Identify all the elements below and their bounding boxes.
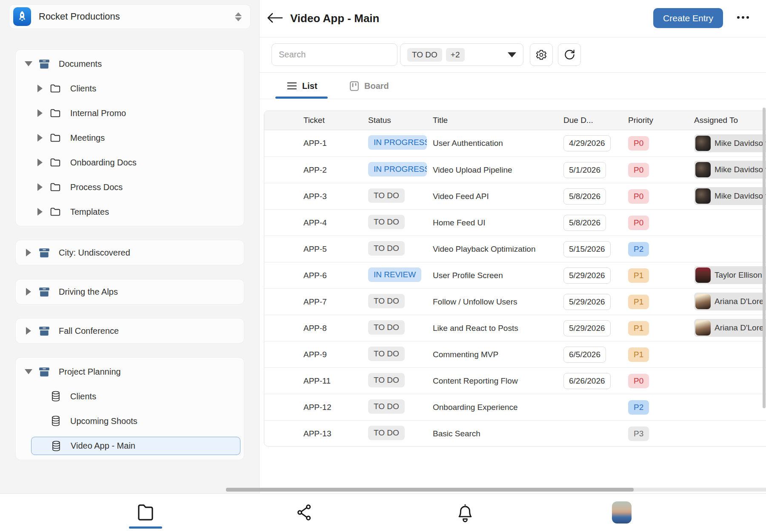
- caret-down-icon[interactable]: [25, 61, 31, 66]
- assignee-chip[interactable]: Mike Davidson: [694, 134, 766, 152]
- sidebar-item-video-app-main[interactable]: Video App - Main: [31, 437, 240, 455]
- up-down-arrows-icon[interactable]: [235, 12, 242, 21]
- sidebar-item-onboarding-docs[interactable]: Onboarding Docs: [16, 150, 244, 175]
- tab-board[interactable]: Board: [350, 73, 389, 99]
- sidebar-item-clients[interactable]: Clients: [16, 384, 244, 409]
- table-row-app-11[interactable]: APP-11TO DOContent Reporting Flow6/26/20…: [264, 367, 766, 394]
- caret-right-icon[interactable]: [37, 85, 43, 92]
- entry-title[interactable]: Basic Search: [433, 429, 563, 438]
- status-chip[interactable]: TO DO: [368, 399, 405, 414]
- sidebar-section-driving-the-alps[interactable]: Driving the Alps: [16, 281, 244, 302]
- nav-account-button[interactable]: [609, 500, 635, 525]
- caret-right-icon[interactable]: [25, 249, 31, 256]
- status-chip[interactable]: TO DO: [368, 373, 405, 387]
- table-row-app-1[interactable]: APP-1IN PROGRESSUser Authentication4/29/…: [264, 130, 766, 156]
- nav-share-button[interactable]: [292, 500, 317, 525]
- column-header-assigned-to[interactable]: Assigned To: [694, 116, 766, 125]
- column-header-ticket[interactable]: Ticket: [303, 116, 368, 125]
- sidebar-item-process-docs[interactable]: Process Docs: [16, 175, 244, 199]
- due-date-field[interactable]: 5/29/2026: [563, 294, 611, 310]
- caret-right-icon[interactable]: [37, 134, 43, 142]
- entry-title[interactable]: Follow / Unfollow Users: [433, 297, 563, 307]
- caret-down-icon[interactable]: [25, 369, 31, 374]
- sidebar-item-internal-promo[interactable]: Internal Promo: [16, 101, 244, 125]
- assignee-chip[interactable]: Mike Davidson: [694, 187, 766, 205]
- status-chip[interactable]: IN REVIEW: [368, 267, 421, 282]
- priority-chip[interactable]: P0: [628, 216, 649, 230]
- status-chip[interactable]: TO DO: [368, 241, 405, 256]
- tab-list[interactable]: List: [287, 73, 317, 99]
- status-chip[interactable]: TO DO: [368, 426, 405, 440]
- caret-right-icon[interactable]: [37, 109, 43, 117]
- table-row-app-3[interactable]: APP-3TO DOVideo Feed API5/8/2026P0Mike D…: [264, 183, 766, 209]
- search-input[interactable]: [272, 43, 397, 66]
- status-chip[interactable]: TO DO: [368, 188, 405, 203]
- due-date-field[interactable]: 5/29/2026: [563, 267, 611, 284]
- due-date-field[interactable]: 5/29/2026: [563, 320, 611, 336]
- entry-title[interactable]: Video Upload Pipeline: [433, 165, 563, 175]
- back-arrow-icon[interactable]: [267, 12, 284, 24]
- table-row-app-5[interactable]: APP-5TO DOVideo Playback Optimization5/1…: [264, 236, 766, 262]
- entry-title[interactable]: Content Reporting Flow: [433, 376, 563, 386]
- more-options-icon[interactable]: [736, 14, 750, 21]
- vertical-scrollbar[interactable]: [763, 108, 766, 408]
- sidebar-item-meetings[interactable]: Meetings: [16, 125, 244, 150]
- priority-chip[interactable]: P0: [628, 163, 649, 177]
- caret-right-icon[interactable]: [25, 327, 31, 335]
- table-row-app-13[interactable]: APP-13TO DOBasic SearchP3: [264, 420, 766, 447]
- caret-right-icon[interactable]: [37, 159, 43, 166]
- status-chip[interactable]: TO DO: [368, 320, 405, 335]
- horizontal-scrollbar-track[interactable]: [226, 488, 766, 492]
- entry-title[interactable]: Home Feed UI: [433, 218, 563, 228]
- refresh-button[interactable]: [558, 43, 581, 66]
- priority-chip[interactable]: P1: [628, 295, 649, 309]
- sidebar-item-templates[interactable]: Templates: [16, 199, 244, 224]
- assignee-chip[interactable]: Taylor Ellison: [694, 266, 766, 284]
- column-header-due-date[interactable]: Due D...: [563, 116, 628, 125]
- settings-button[interactable]: [530, 43, 553, 66]
- status-chip[interactable]: TO DO: [368, 294, 405, 308]
- caret-right-icon[interactable]: [37, 208, 43, 216]
- table-row-app-4[interactable]: APP-4TO DOHome Feed UI5/8/2026P0: [264, 209, 766, 236]
- assignee-chip[interactable]: Mike Davidson: [694, 161, 766, 179]
- table-row-app-8[interactable]: APP-8TO DOLike and React to Posts5/29/20…: [264, 315, 766, 341]
- assignee-chip[interactable]: Ariana D'Lore: [694, 293, 766, 310]
- sidebar-section-documents[interactable]: Documents: [16, 51, 244, 76]
- entry-title[interactable]: Video Feed API: [433, 192, 563, 201]
- table-row-app-12[interactable]: APP-12TO DOOnboarding ExperienceP2: [264, 394, 766, 420]
- nav-documents-button[interactable]: [133, 500, 158, 525]
- entry-title[interactable]: User Authentication: [433, 139, 563, 148]
- column-header-status[interactable]: Status: [368, 116, 433, 125]
- caret-right-icon[interactable]: [37, 183, 43, 191]
- due-date-field[interactable]: 6/5/2026: [563, 347, 606, 363]
- entry-title[interactable]: Commenting MVP: [433, 350, 563, 359]
- status-chip[interactable]: TO DO: [368, 347, 405, 361]
- column-header-priority[interactable]: Priority: [628, 116, 694, 125]
- due-date-field[interactable]: 5/8/2026: [563, 215, 606, 231]
- priority-chip[interactable]: P2: [628, 400, 649, 415]
- due-date-field[interactable]: 5/1/2026: [563, 162, 606, 178]
- due-date-field[interactable]: 5/8/2026: [563, 188, 606, 205]
- table-row-app-6[interactable]: APP-6IN REVIEWUser Profile Screen5/29/20…: [264, 262, 766, 288]
- caret-right-icon[interactable]: [25, 288, 31, 296]
- status-chip[interactable]: IN PROGRESS: [368, 135, 427, 150]
- status-chip[interactable]: TO DO: [368, 215, 405, 229]
- due-date-field[interactable]: 6/26/2026: [563, 373, 611, 389]
- priority-chip[interactable]: P0: [628, 374, 649, 388]
- create-entry-button[interactable]: Create Entry: [653, 8, 723, 28]
- table-row-app-9[interactable]: APP-9TO DOCommenting MVP6/5/2026P1: [264, 341, 766, 367]
- priority-chip[interactable]: P1: [628, 268, 649, 283]
- entry-title[interactable]: Onboarding Experience: [433, 403, 563, 412]
- sidebar-section-city-undiscovered[interactable]: City: Undiscovered: [16, 242, 244, 263]
- assignee-chip[interactable]: Ariana D'Lore: [694, 319, 766, 337]
- sidebar-item-clients[interactable]: Clients: [16, 76, 244, 101]
- sidebar-section-fall-conference[interactable]: Fall Conference: [16, 320, 244, 341]
- entry-title[interactable]: Video Playback Optimization: [433, 245, 563, 254]
- sidebar-section-project-planning[interactable]: Project Planning: [16, 359, 244, 384]
- status-filter-dropdown[interactable]: TO DO +2: [400, 43, 523, 66]
- column-header-title[interactable]: Title: [433, 116, 563, 125]
- sidebar-item-upcoming-shoots[interactable]: Upcoming Shoots: [16, 409, 244, 433]
- nav-notifications-button[interactable]: [452, 500, 478, 525]
- status-chip[interactable]: IN PROGRESS: [368, 162, 427, 176]
- workspace-switcher[interactable]: Rocket Productions: [9, 4, 251, 29]
